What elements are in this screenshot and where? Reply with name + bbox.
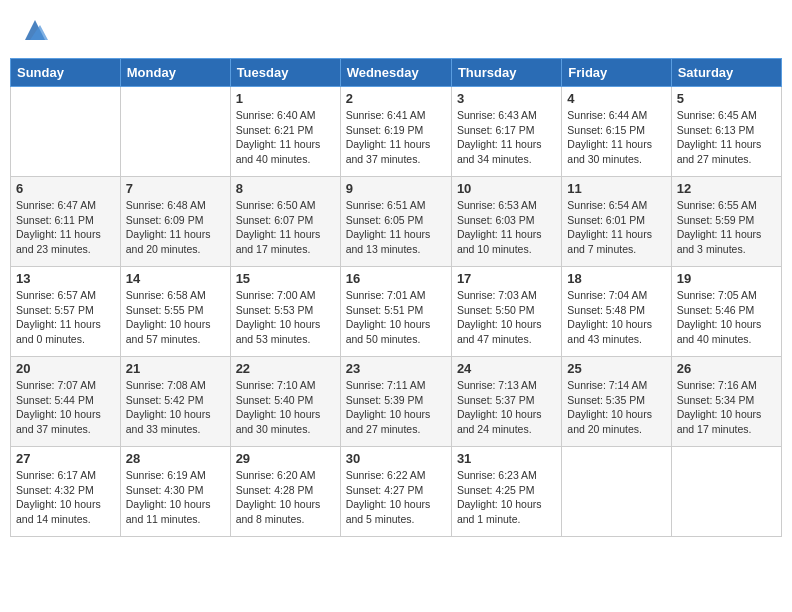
calendar-cell: 2Sunrise: 6:41 AM Sunset: 6:19 PM Daylig… — [340, 87, 451, 177]
calendar-cell: 16Sunrise: 7:01 AM Sunset: 5:51 PM Dayli… — [340, 267, 451, 357]
calendar-week-row: 20Sunrise: 7:07 AM Sunset: 5:44 PM Dayli… — [11, 357, 782, 447]
calendar-cell — [120, 87, 230, 177]
day-number: 16 — [346, 271, 446, 286]
day-info: Sunrise: 6:43 AM Sunset: 6:17 PM Dayligh… — [457, 108, 556, 167]
calendar-cell: 21Sunrise: 7:08 AM Sunset: 5:42 PM Dayli… — [120, 357, 230, 447]
day-info: Sunrise: 7:07 AM Sunset: 5:44 PM Dayligh… — [16, 378, 115, 437]
calendar-cell: 15Sunrise: 7:00 AM Sunset: 5:53 PM Dayli… — [230, 267, 340, 357]
calendar-week-row: 13Sunrise: 6:57 AM Sunset: 5:57 PM Dayli… — [11, 267, 782, 357]
day-number: 9 — [346, 181, 446, 196]
day-info: Sunrise: 6:22 AM Sunset: 4:27 PM Dayligh… — [346, 468, 446, 527]
calendar-cell: 1Sunrise: 6:40 AM Sunset: 6:21 PM Daylig… — [230, 87, 340, 177]
calendar-week-row: 6Sunrise: 6:47 AM Sunset: 6:11 PM Daylig… — [11, 177, 782, 267]
calendar-cell: 26Sunrise: 7:16 AM Sunset: 5:34 PM Dayli… — [671, 357, 781, 447]
day-number: 20 — [16, 361, 115, 376]
day-number: 10 — [457, 181, 556, 196]
day-number: 23 — [346, 361, 446, 376]
calendar-cell: 3Sunrise: 6:43 AM Sunset: 6:17 PM Daylig… — [451, 87, 561, 177]
day-info: Sunrise: 7:14 AM Sunset: 5:35 PM Dayligh… — [567, 378, 665, 437]
day-number: 14 — [126, 271, 225, 286]
col-header-thursday: Thursday — [451, 59, 561, 87]
col-header-friday: Friday — [562, 59, 671, 87]
day-number: 28 — [126, 451, 225, 466]
calendar-cell: 8Sunrise: 6:50 AM Sunset: 6:07 PM Daylig… — [230, 177, 340, 267]
calendar-cell: 14Sunrise: 6:58 AM Sunset: 5:55 PM Dayli… — [120, 267, 230, 357]
calendar-cell: 25Sunrise: 7:14 AM Sunset: 5:35 PM Dayli… — [562, 357, 671, 447]
day-info: Sunrise: 6:57 AM Sunset: 5:57 PM Dayligh… — [16, 288, 115, 347]
day-number: 6 — [16, 181, 115, 196]
calendar-cell: 29Sunrise: 6:20 AM Sunset: 4:28 PM Dayli… — [230, 447, 340, 537]
calendar-week-row: 27Sunrise: 6:17 AM Sunset: 4:32 PM Dayli… — [11, 447, 782, 537]
day-info: Sunrise: 7:04 AM Sunset: 5:48 PM Dayligh… — [567, 288, 665, 347]
calendar-cell: 9Sunrise: 6:51 AM Sunset: 6:05 PM Daylig… — [340, 177, 451, 267]
day-number: 5 — [677, 91, 776, 106]
day-info: Sunrise: 7:03 AM Sunset: 5:50 PM Dayligh… — [457, 288, 556, 347]
col-header-saturday: Saturday — [671, 59, 781, 87]
calendar-cell: 13Sunrise: 6:57 AM Sunset: 5:57 PM Dayli… — [11, 267, 121, 357]
calendar-cell: 24Sunrise: 7:13 AM Sunset: 5:37 PM Dayli… — [451, 357, 561, 447]
day-number: 7 — [126, 181, 225, 196]
calendar-cell: 30Sunrise: 6:22 AM Sunset: 4:27 PM Dayli… — [340, 447, 451, 537]
day-info: Sunrise: 7:16 AM Sunset: 5:34 PM Dayligh… — [677, 378, 776, 437]
calendar-cell — [562, 447, 671, 537]
col-header-wednesday: Wednesday — [340, 59, 451, 87]
day-number: 30 — [346, 451, 446, 466]
calendar-cell: 31Sunrise: 6:23 AM Sunset: 4:25 PM Dayli… — [451, 447, 561, 537]
day-info: Sunrise: 7:01 AM Sunset: 5:51 PM Dayligh… — [346, 288, 446, 347]
calendar-week-row: 1Sunrise: 6:40 AM Sunset: 6:21 PM Daylig… — [11, 87, 782, 177]
col-header-tuesday: Tuesday — [230, 59, 340, 87]
day-info: Sunrise: 6:41 AM Sunset: 6:19 PM Dayligh… — [346, 108, 446, 167]
day-info: Sunrise: 6:51 AM Sunset: 6:05 PM Dayligh… — [346, 198, 446, 257]
day-info: Sunrise: 7:08 AM Sunset: 5:42 PM Dayligh… — [126, 378, 225, 437]
day-number: 12 — [677, 181, 776, 196]
day-number: 3 — [457, 91, 556, 106]
logo-icon — [20, 15, 50, 45]
day-number: 18 — [567, 271, 665, 286]
day-info: Sunrise: 6:20 AM Sunset: 4:28 PM Dayligh… — [236, 468, 335, 527]
day-info: Sunrise: 6:17 AM Sunset: 4:32 PM Dayligh… — [16, 468, 115, 527]
day-info: Sunrise: 6:50 AM Sunset: 6:07 PM Dayligh… — [236, 198, 335, 257]
calendar-cell: 18Sunrise: 7:04 AM Sunset: 5:48 PM Dayli… — [562, 267, 671, 357]
day-info: Sunrise: 6:58 AM Sunset: 5:55 PM Dayligh… — [126, 288, 225, 347]
day-number: 2 — [346, 91, 446, 106]
day-number: 19 — [677, 271, 776, 286]
calendar-cell: 6Sunrise: 6:47 AM Sunset: 6:11 PM Daylig… — [11, 177, 121, 267]
calendar-cell: 11Sunrise: 6:54 AM Sunset: 6:01 PM Dayli… — [562, 177, 671, 267]
day-info: Sunrise: 6:53 AM Sunset: 6:03 PM Dayligh… — [457, 198, 556, 257]
calendar-cell — [671, 447, 781, 537]
day-number: 26 — [677, 361, 776, 376]
day-info: Sunrise: 7:00 AM Sunset: 5:53 PM Dayligh… — [236, 288, 335, 347]
day-info: Sunrise: 7:13 AM Sunset: 5:37 PM Dayligh… — [457, 378, 556, 437]
day-info: Sunrise: 6:48 AM Sunset: 6:09 PM Dayligh… — [126, 198, 225, 257]
day-number: 15 — [236, 271, 335, 286]
day-info: Sunrise: 7:11 AM Sunset: 5:39 PM Dayligh… — [346, 378, 446, 437]
day-number: 27 — [16, 451, 115, 466]
day-info: Sunrise: 6:44 AM Sunset: 6:15 PM Dayligh… — [567, 108, 665, 167]
day-info: Sunrise: 6:23 AM Sunset: 4:25 PM Dayligh… — [457, 468, 556, 527]
day-number: 22 — [236, 361, 335, 376]
day-number: 21 — [126, 361, 225, 376]
day-info: Sunrise: 6:19 AM Sunset: 4:30 PM Dayligh… — [126, 468, 225, 527]
page-header — [10, 10, 782, 50]
calendar-cell: 7Sunrise: 6:48 AM Sunset: 6:09 PM Daylig… — [120, 177, 230, 267]
day-number: 17 — [457, 271, 556, 286]
day-number: 13 — [16, 271, 115, 286]
logo — [20, 15, 54, 45]
day-number: 31 — [457, 451, 556, 466]
calendar-cell: 20Sunrise: 7:07 AM Sunset: 5:44 PM Dayli… — [11, 357, 121, 447]
col-header-sunday: Sunday — [11, 59, 121, 87]
calendar-cell: 27Sunrise: 6:17 AM Sunset: 4:32 PM Dayli… — [11, 447, 121, 537]
calendar-cell: 5Sunrise: 6:45 AM Sunset: 6:13 PM Daylig… — [671, 87, 781, 177]
calendar-cell: 19Sunrise: 7:05 AM Sunset: 5:46 PM Dayli… — [671, 267, 781, 357]
day-number: 11 — [567, 181, 665, 196]
calendar-cell: 28Sunrise: 6:19 AM Sunset: 4:30 PM Dayli… — [120, 447, 230, 537]
day-info: Sunrise: 6:40 AM Sunset: 6:21 PM Dayligh… — [236, 108, 335, 167]
day-info: Sunrise: 7:10 AM Sunset: 5:40 PM Dayligh… — [236, 378, 335, 437]
day-number: 25 — [567, 361, 665, 376]
day-number: 1 — [236, 91, 335, 106]
calendar-table: SundayMondayTuesdayWednesdayThursdayFrid… — [10, 58, 782, 537]
day-info: Sunrise: 6:55 AM Sunset: 5:59 PM Dayligh… — [677, 198, 776, 257]
calendar-cell — [11, 87, 121, 177]
day-number: 8 — [236, 181, 335, 196]
day-info: Sunrise: 6:54 AM Sunset: 6:01 PM Dayligh… — [567, 198, 665, 257]
